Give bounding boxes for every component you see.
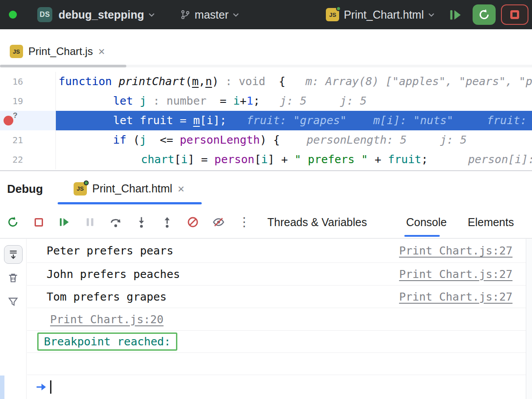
- gutter[interactable]: 21: [0, 130, 56, 150]
- running-indicator-dot: [336, 6, 341, 11]
- step-into-icon[interactable]: [135, 215, 148, 229]
- tab-console[interactable]: Console: [406, 206, 447, 238]
- selected-tab-underline: [404, 235, 440, 237]
- line-number: 16: [12, 76, 23, 87]
- js-file-icon: JS: [10, 45, 23, 58]
- breakpoint-reached-text: Breakpoint reached:: [44, 335, 171, 348]
- git-branch-icon[interactable]: [180, 9, 191, 20]
- resume-program-icon[interactable]: [448, 7, 463, 22]
- console-text: John prefers peaches: [27, 268, 180, 281]
- rerun-icon[interactable]: [6, 215, 20, 229]
- code-text[interactable]: chart[i] = person[i] + " prefers " + fru…: [56, 150, 532, 169]
- project-icon: DS: [37, 7, 52, 22]
- debug-toolbar: ⋮ Threads & Variables Console Elements: [0, 206, 532, 239]
- caret-line-stripe: [0, 376, 4, 399]
- console-row: John prefers peaches Print_Chart.js:27: [27, 263, 526, 286]
- code-line: 19 let j : number = i+1; j: 5 j: 5: [0, 91, 532, 111]
- step-out-icon[interactable]: [160, 215, 174, 229]
- console-row: Tom prefers grapes Print_Chart.js:27: [27, 286, 526, 308]
- text-cursor: [50, 380, 51, 394]
- console-input[interactable]: [27, 375, 526, 399]
- chevron-down-icon[interactable]: [426, 10, 436, 20]
- console-row-empty: [27, 353, 526, 375]
- gutter[interactable]: 16: [0, 72, 56, 91]
- chevron-down-icon[interactable]: [231, 10, 241, 20]
- macos-green-traffic-light[interactable]: [9, 11, 17, 19]
- debug-panel-title: Debug: [7, 182, 43, 196]
- rerun-debug-button[interactable]: [473, 4, 496, 25]
- selected-tab-underline: [58, 202, 202, 204]
- line-number: 19: [12, 96, 23, 106]
- hide-execution-point-icon[interactable]: [212, 215, 225, 229]
- breakpoint-icon[interactable]: [4, 116, 13, 125]
- editor-tab-bar: JS Print_Chart.js ×: [0, 29, 532, 70]
- line-number: 21: [12, 135, 23, 145]
- breakpoint-reached-badge: Breakpoint reached:: [37, 332, 177, 351]
- mute-breakpoints-icon[interactable]: [186, 215, 200, 229]
- code-text[interactable]: function printChart(m,n) : void { m: Arr…: [56, 72, 532, 91]
- run-widget: JS Print_Chart.html: [326, 4, 532, 25]
- console-source-link[interactable]: Print_Chart.js:27: [399, 290, 512, 303]
- code-line: 22 chart[i] = person[i] + " prefers " + …: [0, 150, 532, 169]
- code-editor[interactable]: 16 function printChart(m,n) : void { m: …: [0, 70, 532, 170]
- chevron-down-icon[interactable]: [147, 10, 156, 20]
- breakpoint-question-icon: ?: [13, 111, 17, 120]
- line-number: 22: [12, 154, 23, 165]
- stop-icon: [510, 10, 519, 19]
- run-configuration-name[interactable]: Print_Chart.html: [344, 8, 424, 21]
- console-row: Breakpoint reached:: [27, 331, 526, 353]
- console-scrollbar[interactable]: [526, 239, 532, 399]
- resume-icon[interactable]: [58, 215, 71, 229]
- console-source-link[interactable]: Print_Chart.js:20: [27, 313, 164, 326]
- filter-icon[interactable]: [7, 296, 19, 308]
- debug-session-tab[interactable]: JS Print_Chart.html ×: [58, 171, 202, 206]
- tab-print-chart-js[interactable]: JS Print_Chart.js ×: [10, 40, 105, 63]
- console-output[interactable]: Peter prefers pears Print_Chart.js:27 Jo…: [27, 239, 526, 375]
- code-line: 21 if (j <= personLength) { personLength…: [0, 130, 532, 150]
- project-name[interactable]: debug_stepping: [59, 8, 144, 21]
- console-source-link[interactable]: Print_Chart.js:27: [399, 268, 512, 281]
- js-file-icon: JS: [74, 182, 87, 196]
- console-side-toolbar: [0, 239, 27, 399]
- stop-button[interactable]: [501, 4, 528, 25]
- console-panel: Peter prefers pears Print_Chart.js:27 Jo…: [0, 239, 532, 399]
- stop-icon[interactable]: [32, 215, 45, 229]
- tab-scrollbar-thumb[interactable]: [0, 65, 126, 67]
- gutter[interactable]: 19: [0, 91, 56, 111]
- title-bar: DS debug_stepping master JS Print_Chart.…: [0, 0, 532, 29]
- js-file-icon-label: JS: [329, 12, 336, 18]
- console-text: Tom prefers grapes: [27, 290, 167, 303]
- close-icon[interactable]: ×: [178, 183, 184, 195]
- code-line: 16 function printChart(m,n) : void { m: …: [0, 72, 532, 91]
- close-icon[interactable]: ×: [98, 46, 105, 57]
- console-row: Print_Chart.js:20: [27, 308, 526, 331]
- js-file-icon-label: JS: [77, 185, 84, 192]
- debug-tab-label: Print_Chart.html: [92, 182, 172, 195]
- more-options-icon[interactable]: ⋮: [238, 215, 251, 229]
- tab-threads-variables[interactable]: Threads & Variables: [267, 206, 367, 238]
- branch-name[interactable]: master: [195, 8, 228, 21]
- pause-icon[interactable]: [83, 215, 97, 229]
- code-text[interactable]: let j : number = i+1; j: 5 j: 5: [56, 91, 532, 111]
- code-text[interactable]: if (j <= personLength) { personLength: 5…: [56, 130, 532, 150]
- running-indicator-dot: [84, 180, 89, 185]
- debugger-controls: ⋮: [6, 206, 251, 238]
- code-line-current-execution: ? let fruit = m[i]; fruit: "grapes" m[i]…: [0, 111, 532, 130]
- ide-window: DS debug_stepping master JS Print_Chart.…: [0, 0, 532, 399]
- editor-tab-label: Print_Chart.js: [28, 45, 93, 58]
- console-row: Peter prefers pears Print_Chart.js:27: [27, 239, 526, 263]
- gutter[interactable]: 22: [0, 150, 56, 169]
- js-file-icon: JS: [326, 8, 339, 21]
- gutter[interactable]: ?: [0, 111, 56, 130]
- scroll-to-end-button[interactable]: [4, 245, 23, 264]
- console-prompt-arrow-icon: [35, 381, 47, 393]
- step-over-icon[interactable]: [109, 215, 122, 229]
- console-source-link[interactable]: Print_Chart.js:27: [399, 244, 512, 257]
- debug-panel-header: Debug JS Print_Chart.html ×: [0, 171, 532, 206]
- code-text[interactable]: let fruit = m[i]; fruit: "grapes" m[i]: …: [56, 111, 532, 130]
- tab-elements[interactable]: Elements: [468, 206, 514, 238]
- console-text: Peter prefers pears: [27, 244, 173, 257]
- js-file-icon-label: JS: [13, 48, 20, 55]
- clear-console-icon[interactable]: [7, 272, 19, 284]
